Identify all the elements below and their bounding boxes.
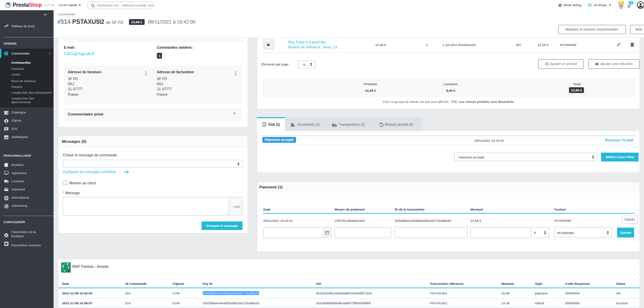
svg-text:GO: GO [267, 45, 269, 46]
svg-text:Today: Today [266, 42, 270, 44]
